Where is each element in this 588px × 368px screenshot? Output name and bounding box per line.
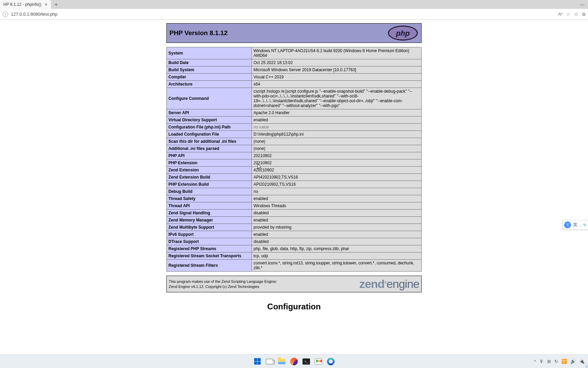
info-key: Additional .ini files parsed [167, 145, 252, 152]
info-key: Configuration File (php.ini) Path [167, 124, 252, 131]
info-key: Zend Signal Handling [167, 210, 252, 217]
info-key: Registered PHP Streams [167, 245, 252, 252]
info-value: 20210902 [252, 152, 422, 159]
info-value: Windows NT LAPTOP-4AOJ1US4 6.2 build 920… [252, 47, 422, 59]
info-value: enabled [252, 117, 422, 124]
file-explorer-button[interactable] [277, 357, 287, 366]
info-key: Build System [167, 66, 252, 74]
info-key: Zend Multibyte Support [167, 224, 252, 231]
info-key: Architecture [167, 81, 252, 88]
info-value: Microsoft Windows Server 2019 Datacenter… [252, 66, 422, 74]
table-row: Scan this dir for additional .ini files(… [167, 138, 422, 145]
info-key: Registered Stream Socket Transports [167, 252, 252, 260]
site-info-icon[interactable]: i [3, 12, 8, 17]
task-view-button[interactable] [265, 357, 274, 366]
ime-edit-icon[interactable]: ✎ [583, 223, 587, 228]
info-key: Thread API [167, 202, 252, 210]
info-key: Debug Build [167, 188, 252, 195]
edge-button[interactable] [326, 357, 336, 366]
tray-volume-icon[interactable]: 🔊 [570, 359, 576, 364]
info-key: Build Date [167, 59, 252, 66]
info-value: Visual C++ 2019 [252, 74, 422, 81]
info-value: enabled [252, 195, 422, 202]
info-key: Zend Extension Build [167, 174, 252, 181]
taskbar: >_ ^ 🎙 ⊞ ↻ 🛜 🔊 🔌 2 [0, 354, 588, 368]
zend-credits-box: This program makes use of the Zend Scrip… [166, 276, 422, 292]
browser-tab[interactable]: HP 8.1.12 - phpinfo() × [0, 0, 51, 9]
info-value: php, file, glob, data, http, ftp, zip, c… [252, 245, 422, 252]
favorites-bar-icon[interactable]: ✩ [574, 12, 578, 17]
page-viewport[interactable]: PHP Version 8.1.12 php SystemWindows NT … [0, 20, 588, 354]
info-key: Server API [167, 109, 252, 117]
zend-engine-logo-icon: zend®engine [359, 277, 419, 291]
start-button[interactable] [252, 357, 262, 366]
ime-toolbar[interactable]: 王 英 , ✎ [562, 220, 588, 230]
table-row: IPv6 Supportenabled [167, 231, 422, 238]
info-key: PHP API [167, 152, 252, 159]
tab-strip: HP 8.1.12 - phpinfo() × ＋ — [0, 0, 588, 9]
info-key: Zend Memory Manager [167, 217, 252, 224]
table-row: Registered Stream Socket Transportstcp, … [167, 252, 422, 260]
tray-sync-icon[interactable]: ↻ [554, 359, 558, 364]
info-value: tcp, udp [252, 252, 422, 260]
info-value: Oct 25 2022 18:13:02 [252, 59, 422, 66]
zend-line-1: This program makes use of the Zend Scrip… [169, 279, 277, 284]
phpinfo-table: SystemWindows NT LAPTOP-4AOJ1US4 6.2 bui… [166, 47, 422, 272]
tray-mic-icon[interactable]: 🎙 [539, 359, 544, 364]
notification-badge[interactable]: 2 [585, 365, 588, 368]
collections-icon[interactable]: ⧉ [582, 12, 585, 17]
table-row: Zend Extension420210902 [167, 167, 422, 174]
tray-overflow-icon[interactable]: ^ [534, 359, 536, 364]
system-tray: ^ 🎙 ⊞ ↻ 🛜 🔊 🔌 [534, 355, 588, 368]
monitor-app-button[interactable] [314, 357, 323, 366]
info-value: no value [252, 124, 422, 131]
table-row: Build DateOct 25 2022 18:13:02 [167, 59, 422, 66]
info-value: (none) [252, 138, 422, 145]
page-title: PHP Version 8.1.12 [169, 29, 228, 37]
address-bar: i 127.0.0.1:8080/test.php Aᵃ ☆ ✩ ⧉ [0, 9, 588, 20]
table-row: Zend Memory Managerenabled [167, 217, 422, 224]
info-value: provided by mbstring [252, 224, 422, 231]
info-value: API20210902,TS,VS16 [252, 181, 422, 188]
ime-punct-button[interactable]: , [579, 223, 581, 228]
tray-battery-icon[interactable]: 🔌 [579, 359, 585, 364]
info-value: Apache 2.0 Handler [252, 109, 422, 117]
info-key: Thread Safety [167, 195, 252, 202]
terminal-icon: >_ [303, 358, 310, 365]
info-key: Loaded Configuration File [167, 131, 252, 138]
info-value: x64 [252, 81, 422, 88]
close-tab-icon[interactable]: × [44, 2, 48, 7]
terminal-button[interactable]: >_ [301, 357, 311, 366]
info-value: API420210902,TS,VS16 [252, 174, 422, 181]
info-key: Scan this dir for additional .ini files [167, 138, 252, 145]
favorite-icon[interactable]: ☆ [566, 12, 570, 17]
ime-avatar-icon[interactable]: 王 [564, 221, 571, 228]
table-row: PHP Extension20210902 [167, 159, 422, 167]
info-value: 420210902 [252, 167, 422, 174]
monitor-icon [315, 358, 322, 365]
table-row: Zend Extension BuildAPI420210902,TS,VS16 [167, 174, 422, 181]
table-row: Architecturex64 [167, 81, 422, 88]
info-key: IPv6 Support [167, 231, 252, 238]
windows-logo-icon [254, 358, 261, 365]
info-value: D:\Vending\php8112\php.ini [252, 131, 422, 138]
table-row: Server APIApache 2.0 Handler [167, 109, 422, 117]
zend-line-2: Zend Engine v4.1.12, Copyright (c) Zend … [169, 284, 277, 289]
reading-view-icon[interactable]: Aᵃ [558, 12, 562, 17]
table-row: Zend Multibyte Supportprovided by mbstri… [167, 224, 422, 231]
svg-text:php: php [396, 29, 410, 37]
tray-wifi-icon[interactable]: 🛜 [561, 359, 567, 364]
window-minimize-icon[interactable]: — [580, 0, 588, 9]
tray-grid-icon[interactable]: ⊞ [547, 359, 551, 364]
firefox-button[interactable] [289, 357, 299, 366]
info-value: no [252, 188, 422, 195]
url-field[interactable]: 127.0.0.1:8080/test.php [11, 12, 58, 17]
new-tab-button[interactable]: ＋ [51, 0, 61, 9]
php-logo-icon: php [387, 25, 419, 41]
table-row: DTrace Supportdisabled [167, 238, 422, 245]
ime-language-button[interactable]: 英 [573, 222, 577, 228]
info-value: disabled [252, 238, 422, 245]
table-row: Thread Safetyenabled [167, 195, 422, 202]
table-row: Zend Signal Handlingdisabled [167, 210, 422, 217]
table-row: Build SystemMicrosoft Windows Server 201… [167, 66, 422, 74]
